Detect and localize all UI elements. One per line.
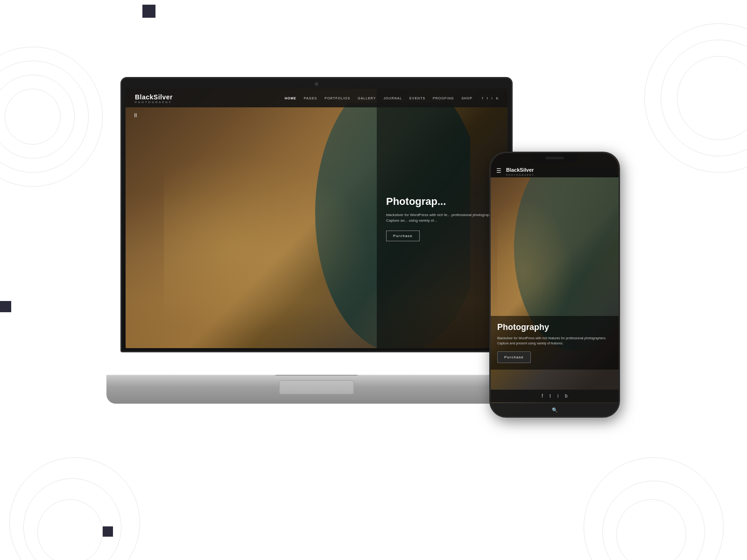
laptop-nav-portfolios[interactable]: PORTFOLIOS (324, 97, 350, 100)
deco-circle (661, 40, 747, 156)
laptop-hero-title: Photograp... (386, 196, 498, 208)
phone-hero-title: Photography (497, 322, 612, 332)
laptop-logo-sub: PHOTOGRAPHY (135, 101, 173, 104)
laptop-hero-description: blacksilver for WordPress with rich fe..… (386, 212, 498, 224)
laptop-hero-bg: Photograp... blacksilver for WordPress w… (126, 89, 507, 348)
laptop-overlay-panel: Photograp... blacksilver for WordPress w… (377, 89, 507, 348)
laptop-facebook-icon[interactable]: f (482, 96, 483, 100)
phone-twitter-icon[interactable]: t (550, 393, 551, 399)
phone-logo-container: BlackSilver PHOTOGRAPHY (506, 165, 535, 176)
phone-search-bar: 🔍 (491, 403, 619, 416)
deco-circle (677, 56, 747, 140)
deco-circle (0, 61, 89, 173)
laptop-navbar: BlackSilver PHOTOGRAPHY HOME PAGES PORTF… (126, 89, 507, 107)
phone-side-button (619, 190, 620, 207)
deco-circle (0, 75, 75, 159)
laptop-base (106, 376, 527, 404)
laptop-pause-icon[interactable]: ⏸ (133, 112, 138, 119)
deco-circle (5, 89, 61, 145)
laptop-nav-home[interactable]: HOME (285, 97, 296, 100)
main-scene: Photograp... blacksilver for WordPress w… (106, 58, 620, 502)
laptop-purchase-button[interactable]: Purchase (386, 231, 420, 241)
phone-logo-sub: PHOTOGRAPHY (506, 174, 535, 176)
laptop-twitter-icon[interactable]: t (487, 96, 488, 100)
deco-circle (644, 23, 747, 173)
decorative-square (103, 526, 113, 537)
laptop-lid: Photograp... blacksilver for WordPress w… (120, 77, 513, 352)
laptop-nav-gallery[interactable]: GALLERY (358, 97, 376, 100)
deco-circle (37, 499, 103, 560)
decorative-square (142, 5, 155, 18)
phone-search-icon[interactable]: 🔍 (552, 407, 557, 413)
laptop-social-icons: f t i b (482, 96, 498, 100)
laptop-nav-pages[interactable]: PAGES (304, 97, 317, 100)
laptop-instagram-icon[interactable]: i (492, 96, 493, 100)
phone-menu-icon[interactable]: ☰ (496, 168, 501, 174)
laptop-light-effect (164, 140, 393, 348)
laptop-nav-proofing[interactable]: PROOFING (433, 97, 454, 100)
phone-screen: Photography Blacksilver for WordPress wi… (491, 153, 619, 416)
laptop-screen: Photograp... blacksilver for WordPress w… (126, 89, 507, 348)
laptop-logo: BlackSilver (135, 93, 173, 101)
phone-hero-description: Blacksilver for WordPress with rich feat… (497, 336, 612, 346)
laptop-logo-container: BlackSilver PHOTOGRAPHY (135, 93, 173, 104)
phone-speaker (545, 157, 564, 159)
phone-instagram-icon[interactable]: i (557, 393, 558, 399)
decorative-square (0, 301, 11, 312)
phone-behance-icon[interactable]: b (565, 393, 568, 399)
phone-purchase-button[interactable]: Purchase (497, 351, 531, 363)
laptop-mockup: Photograp... blacksilver for WordPress w… (106, 77, 527, 404)
phone-body: Photography Blacksilver for WordPress wi… (489, 152, 620, 418)
laptop-behance-icon[interactable]: b (496, 96, 498, 100)
laptop-nav-events[interactable]: EVENTS (409, 97, 425, 100)
phone-notch (531, 153, 578, 163)
phone-logo: BlackSilver (506, 167, 534, 173)
laptop-nav-journal[interactable]: JOURNAL (383, 97, 402, 100)
phone-social-bar: f t i b (491, 390, 619, 402)
deco-circle (616, 499, 686, 560)
laptop-nav-shop[interactable]: SHOP (461, 97, 472, 100)
phone-hero-bg: Photography Blacksilver for WordPress wi… (491, 153, 619, 416)
laptop-nav-links: HOME PAGES PORTFOLIOS GALLERY JOURNAL EV… (285, 97, 473, 100)
phone-facebook-icon[interactable]: f (542, 393, 543, 399)
laptop-camera (315, 82, 318, 86)
phone-overlay-panel: Photography Blacksilver for WordPress wi… (491, 316, 619, 370)
laptop-trackpad (279, 380, 354, 394)
deco-circle (0, 47, 103, 187)
phone-mockup: Photography Blacksilver for WordPress wi… (489, 152, 620, 418)
